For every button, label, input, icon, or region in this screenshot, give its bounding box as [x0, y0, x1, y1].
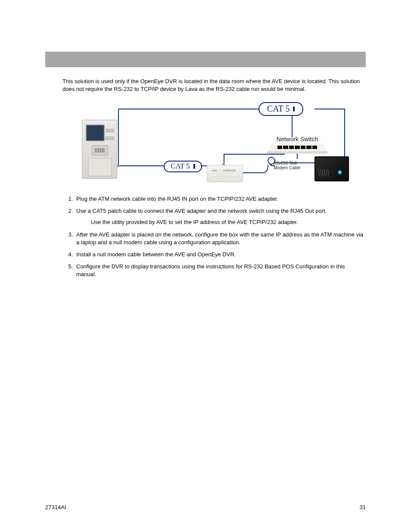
step-2-text: Use a CAT5 patch cable to connect the AV…: [76, 208, 327, 214]
network-diagram: CAT 5 CAT 5 AVETCPIP/232 Network Switch …: [82, 100, 349, 187]
cat5-top-text: CAT 5: [267, 104, 290, 114]
step-1: Plug the ATM network cable into the RJ45…: [75, 195, 366, 203]
step-2-subtext: Use the utility provided by AVE to set t…: [91, 218, 366, 226]
network-switch-label: Network Switch: [267, 136, 327, 143]
section-header-bar: [45, 52, 366, 67]
step-4: Install a null modem cable between the A…: [75, 251, 366, 258]
intro-paragraph: This solution is used only if the OpenEy…: [62, 78, 366, 93]
cat5-left-label: CAT 5: [164, 161, 202, 172]
footer-doc-id: 27314AI: [45, 504, 66, 510]
instruction-list: Plug the ATM network cable into the RJ45…: [62, 195, 366, 279]
cat5-top-label: CAT 5: [258, 102, 303, 116]
rj45-tip-icon: [193, 164, 195, 169]
step-2: Use a CAT5 patch cable to connect the AV…: [75, 207, 366, 226]
step-3: After the AVE adapter is placed on the n…: [75, 231, 366, 246]
cat5-left-text: CAT 5: [171, 162, 190, 171]
footer-page-number: 31: [360, 504, 366, 510]
network-switch-icon: Network Switch: [267, 136, 327, 151]
atm-machine-icon: [82, 120, 117, 179]
ave-adapter-icon: [207, 165, 243, 182]
openeye-dvr-icon: [314, 156, 349, 181]
rs232-cable-label: RS-232 Null Modem Cable: [274, 161, 300, 170]
rj45-tip-icon: [293, 106, 295, 112]
step-5: Configure the DVR to display transaction…: [75, 263, 366, 278]
